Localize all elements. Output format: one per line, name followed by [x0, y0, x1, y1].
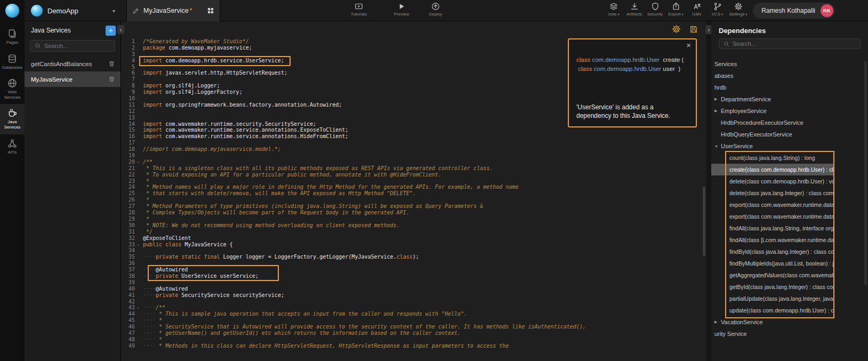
- method-item[interactable]: update(class com.demoapp.hrdb.User) : cl…: [711, 304, 834, 316]
- dependency-search[interactable]: [719, 38, 861, 49]
- translate-icon: [693, 2, 701, 11]
- tree-item-userservice[interactable]: ▼UserService: [711, 140, 834, 152]
- method-item[interactable]: partialUpdate(class java.lang.Integer, j…: [711, 293, 834, 304]
- tree-item-employeeservice[interactable]: ▶EmployeeService: [711, 105, 834, 117]
- code-line: *: [143, 178, 705, 184]
- topbar-action-security[interactable]: Security: [645, 2, 665, 17]
- trash-icon[interactable]: [108, 60, 115, 67]
- method-item[interactable]: getAggregatedValues(class com.wavemaker.…: [711, 269, 834, 281]
- method-signature-label: delete(class com.demoapp.hrdb.User) : vo…: [729, 178, 834, 184]
- fold-marker[interactable]: -: [136, 242, 140, 248]
- editor-gutter: 1234567891011121314151617181920-21222324…: [121, 38, 141, 349]
- close-icon[interactable]: ×: [686, 41, 691, 50]
- dependency-search-input[interactable]: [733, 41, 856, 47]
- topbar-action-export[interactable]: Export▾: [665, 2, 686, 17]
- line-number: 22: [128, 172, 135, 178]
- topbar-action-tutorials[interactable]: Tutorials: [348, 2, 370, 17]
- code-line: ···· * getUserName() and getUserId() etc…: [143, 330, 705, 336]
- line-number: 45: [128, 317, 135, 323]
- sidebar-item-pages[interactable]: Pages: [0, 25, 25, 50]
- code-line: ····@Autowired: [143, 267, 705, 273]
- topbar-action-label: Deploy: [429, 12, 443, 17]
- topbar-action-label: Tutorials: [351, 12, 367, 17]
- service-list-item[interactable]: MyJavaService: [25, 71, 120, 87]
- chevron-collapsed-icon[interactable]: ▶: [714, 320, 721, 324]
- topbar-action-artifacts[interactable]: Artifacts: [624, 2, 645, 17]
- method-item[interactable]: findByMultipleIds(java.util.List, boolea…: [711, 258, 834, 269]
- chevron-expanded-icon[interactable]: ▼: [714, 145, 721, 148]
- method-item[interactable]: export(class com.wavemaker.runtime.data.…: [711, 199, 834, 211]
- code-line: * that starts with delete/remove, will m…: [143, 190, 705, 197]
- method-item[interactable]: findById(class java.lang.Integer) : clas…: [711, 246, 834, 258]
- fold-marker[interactable]: -: [136, 304, 140, 311]
- service-search[interactable]: [30, 40, 115, 52]
- dependencies-scrollbar[interactable]: [864, 61, 867, 285]
- tree-item-label: EmployeeService: [721, 108, 767, 114]
- editor-scrollbar[interactable]: [703, 187, 705, 256]
- topbar-center-actions: TutorialsPreviewDeploy: [348, 2, 447, 17]
- user-menu[interactable]: Ramesh Kothapalli RK: [753, 3, 835, 19]
- topbar-action-i18n[interactable]: I18N: [686, 2, 707, 17]
- topbar-action-label: Export: [668, 12, 680, 17]
- editor-settings-icon[interactable]: [672, 25, 681, 34]
- line-number: 47: [128, 330, 135, 336]
- method-signature-label: create(class com.demoapp.hrdb.User) : cl…: [729, 166, 834, 173]
- search-icon: [724, 41, 729, 47]
- method-item[interactable]: delete(class com.demoapp.hrdb.User) : vo…: [711, 175, 834, 187]
- topbar-action-label: I18N: [692, 12, 701, 17]
- app-grid-button[interactable]: [207, 7, 214, 14]
- sidebar-item-databases[interactable]: Databases: [0, 50, 25, 75]
- sidebar-item-apis[interactable]: APIs: [0, 134, 25, 159]
- tree-item-abases[interactable]: abases: [711, 70, 834, 82]
- tree-item-urity-service[interactable]: urity Service: [711, 328, 834, 340]
- method-item[interactable]: delete(class java.lang.Integer) : class …: [711, 187, 834, 199]
- file-tab-myjavaservice[interactable]: MyJavaService*: [126, 0, 220, 21]
- method-signature-label: findByMultipleIds(java.util.List, boolea…: [729, 260, 834, 267]
- sidebar-item-web-services[interactable]: Web Services: [0, 74, 25, 104]
- tree-item-services[interactable]: Services: [711, 58, 834, 70]
- add-service-button[interactable]: +: [106, 26, 116, 36]
- topbar: DemoApp ▾ MyJavaService* TutorialsPrevie…: [0, 0, 868, 21]
- project-menu[interactable]: DemoApp ▾: [25, 0, 122, 21]
- method-item[interactable]: findAll(class [Lcom.wavemaker.runtime.da…: [711, 234, 834, 246]
- line-number: 48: [128, 336, 135, 342]
- code-line: */: [143, 229, 705, 235]
- sidebar-item-java-services[interactable]: Java Services: [0, 104, 25, 134]
- topbar-action-label: Jobs: [608, 12, 617, 17]
- code-line: ···· * Methods in this class can declare…: [143, 343, 705, 349]
- chevron-collapsed-icon[interactable]: ▶: [714, 97, 721, 101]
- wavemaker-logo[interactable]: [0, 0, 25, 21]
- method-item[interactable]: getById(class java.lang.Integer) : class…: [711, 281, 834, 293]
- topbar-action-deploy[interactable]: Deploy: [424, 2, 447, 17]
- topbar-action-settings[interactable]: Settings▾: [728, 2, 749, 17]
- tree-item-hrdbqueryexecutorservice[interactable]: HrdbQueryExecutorService: [711, 129, 834, 140]
- topbar-action-preview[interactable]: Preview: [390, 2, 413, 17]
- method-item[interactable]: export(class com.wavemaker.runtime.data.…: [711, 211, 834, 222]
- method-item[interactable]: count(class java.lang.String) : long: [711, 152, 834, 164]
- fold-marker[interactable]: -: [136, 159, 140, 165]
- panel-divider: ›: [706, 21, 711, 361]
- service-list-item[interactable]: getCardsAndBalances: [25, 56, 120, 71]
- sidebar-item-label: Databases: [2, 65, 23, 70]
- code-line: * Method Parameters of type primitives (…: [143, 203, 705, 210]
- panel-title: Java Services: [31, 27, 106, 34]
- topbar-action-vcs[interactable]: VCS▾: [707, 2, 728, 17]
- panel-header: Java Services +: [25, 21, 120, 37]
- topbar-action-jobs[interactable]: Jobs▾: [603, 2, 624, 17]
- chevron-down-icon: ▾: [721, 12, 723, 16]
- tree-item-hrdb[interactable]: hrdb: [711, 82, 834, 93]
- tree-item-hrdbprocedureexecutorservice[interactable]: HrdbProcedureExecutorService: [711, 117, 834, 129]
- service-search-input[interactable]: [44, 43, 110, 49]
- code-line: ···· *: [143, 336, 705, 343]
- save-icon[interactable]: [689, 25, 698, 34]
- line-number: 11: [128, 102, 135, 108]
- chevron-down-icon: ▾: [682, 12, 684, 16]
- trash-icon[interactable]: [108, 76, 115, 83]
- method-item[interactable]: findAll(class java.lang.String, interfac…: [711, 222, 834, 234]
- collapse-panel-button[interactable]: ‹: [117, 25, 124, 34]
- tree-item-vacationservice[interactable]: ▶VacationService: [711, 316, 834, 328]
- code-line: ····private SecurityService securityServ…: [143, 292, 705, 299]
- method-item[interactable]: create(class com.demoapp.hrdb.User) : cl…: [711, 164, 834, 175]
- tree-item-departmentservice[interactable]: ▶DepartmentService: [711, 93, 834, 105]
- chevron-collapsed-icon[interactable]: ▶: [714, 109, 721, 113]
